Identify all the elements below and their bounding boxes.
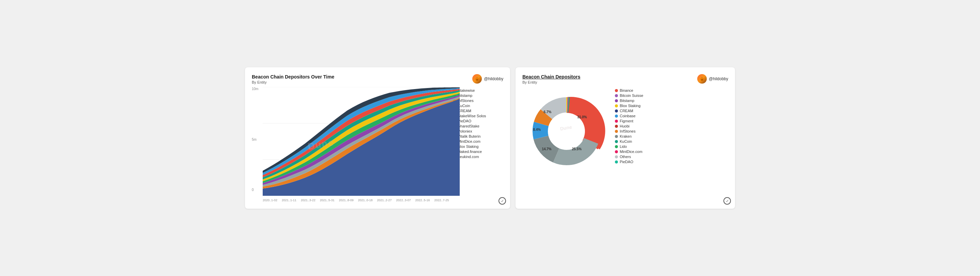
legend-dot-huobi	[615, 125, 618, 128]
legend-label-bitstamp: Bitstamp	[458, 94, 472, 98]
legend-item-infstones-r: InfStones	[615, 129, 643, 133]
x-label-1: 2020..1-02	[263, 198, 277, 202]
legend-label-kucoin-r: KuCoin	[620, 140, 632, 143]
label-84pct: 8.4%	[533, 128, 541, 132]
legend-label-bloxstaking: Blox Staking	[458, 144, 479, 149]
legend-item-mintdice: MintDice.com	[453, 140, 503, 143]
x-label-8: 2022..3-07	[396, 198, 411, 202]
legend-label-mintdice-r: MintDice.com	[620, 149, 643, 154]
legend-label-huobi: Huobi	[620, 124, 630, 128]
legend-label-btcsuisse: Bitcoin Suisse	[620, 94, 643, 98]
left-chart-subtitle: By Entity	[252, 80, 334, 84]
x-label-6: 2021..0-18	[358, 198, 372, 202]
legend-item-bitstamp: Bitstamp	[453, 94, 503, 98]
label-31pct: 31.0%	[577, 115, 587, 119]
label-67pct: 6.7%	[544, 110, 552, 114]
legend-label-binance: Binance	[620, 88, 633, 92]
right-chart-area: Dune 31.0% 25.5% 14.7% 8.4% 6.7% Binance…	[522, 87, 728, 175]
legend-label-cream-r: CREAM	[620, 109, 633, 113]
right-checkmark: ✓	[724, 197, 731, 205]
legend-item-kucoin: KuCoin	[453, 104, 503, 108]
left-checkmark: ✓	[498, 197, 506, 205]
x-label-2: 2021..1-11	[282, 198, 296, 202]
x-label-7: 2021..2-27	[377, 198, 392, 202]
legend-item-sharedstake: SharedStake	[453, 124, 503, 128]
legend-item-stakewisesolos: StakeWise Solos	[453, 114, 503, 118]
legend-item-cream: CREAM	[453, 109, 503, 113]
legend-label-infstones-r: InfStones	[620, 129, 635, 133]
legend-label-others-r: Others	[620, 155, 631, 159]
legend-item-kucoin-r: KuCoin	[615, 140, 643, 143]
label-147pct: 14.7%	[542, 147, 551, 151]
legend-item-others-r: Others	[615, 155, 643, 159]
legend-item-piedao-r: PieDAO	[615, 160, 643, 164]
y-label-0: 0	[252, 188, 262, 192]
right-avatar: 🎃	[697, 74, 707, 84]
legend-item-bloxstaking-r: Blox Staking	[615, 104, 643, 108]
right-author-block: 🎃 @hildobby	[697, 74, 728, 84]
legend-dot-binance	[615, 89, 618, 92]
legend-label-neukind: neukind.com	[458, 155, 479, 159]
legend-item-kraken-r: Kraken	[615, 134, 643, 138]
legend-dot-others-r	[615, 155, 618, 159]
y-axis: 10m 5m 0	[252, 87, 262, 192]
legend-label-piedao-r: PieDAO	[620, 160, 633, 164]
legend-item-infstones: InfStones	[453, 98, 503, 103]
legend-item-poloniex: Poloniex	[453, 129, 503, 133]
legend-dot-bloxstaking-r	[615, 104, 618, 108]
left-author-block: 🎃 @hildobby	[472, 74, 503, 84]
legend-label-stakewisesolos: StakeWise Solos	[458, 114, 486, 118]
legend-item-binance: Binance	[615, 88, 643, 92]
legend-label-bloxstaking-r: Blox Staking	[620, 104, 640, 108]
legend-label-vitalik: Vitalik Buterin	[458, 134, 480, 138]
legend-label-infstones: InfStones	[458, 98, 473, 103]
legend-label-stakedfinance: staked.finance	[458, 149, 482, 154]
legend-item-huobi: Huobi	[615, 124, 643, 128]
legend-item-btcsuisse: Bitcoin Suisse	[615, 94, 643, 98]
legend-label-sharedstake: SharedStake	[458, 124, 479, 128]
legend-dot-coinbase-r	[615, 114, 618, 117]
legend-dot-cream-r	[615, 109, 618, 113]
legend-item-neukind: neukind.com	[453, 155, 503, 159]
left-chart-plot: 10m 5m 0	[252, 87, 449, 202]
y-label-5m: 5m	[252, 138, 262, 141]
x-label-4: 2021..5-31	[320, 198, 334, 202]
legend-item-piedao: PieDAO	[453, 119, 503, 123]
legend-label-figment: Figment	[620, 119, 633, 123]
right-legend: Binance Bitcoin Suisse Bitstamp Blox Sta…	[614, 88, 643, 175]
right-chart-title: Beacon Chain Depositors	[522, 74, 580, 79]
main-container: Beacon Chain Depositors Over Time By Ent…	[245, 67, 735, 209]
legend-label-lido-r: Lido	[620, 144, 627, 149]
x-label-10: 2022..7-25	[434, 198, 449, 202]
legend-dot-bitstamp-r	[615, 99, 618, 102]
x-axis: 2020..1-02 2021..1-11 2021..3-22 2021..5…	[263, 198, 449, 202]
legend-dot-lido-r	[615, 145, 618, 148]
right-author-name: @hildobby	[709, 76, 728, 81]
legend-label-kraken-r: Kraken	[620, 134, 632, 138]
legend-item-lido-r: Lido	[615, 144, 643, 149]
right-chart-card: Beacon Chain Depositors By Entity 🎃 @hil…	[515, 67, 735, 209]
left-chart-area: 10m 5m 0	[252, 87, 503, 202]
right-chart-header: Beacon Chain Depositors By Entity 🎃 @hil…	[522, 74, 728, 84]
right-title-block: Beacon Chain Depositors By Entity	[522, 74, 580, 84]
legend-dot-kucoin-r	[615, 140, 618, 143]
left-avatar: 🎃	[472, 74, 482, 84]
legend-item-vitalik: Vitalik Buterin	[453, 134, 503, 138]
left-chart-header: Beacon Chain Depositors Over Time By Ent…	[252, 74, 503, 84]
legend-label-stakewise: Stakewise	[458, 88, 475, 92]
legend-dot-piedao-r	[615, 160, 618, 163]
legend-item-stakewise: Stakewise	[453, 88, 503, 92]
left-author-name: @hildobby	[484, 76, 503, 81]
x-label-3: 2021..3-22	[301, 198, 315, 202]
left-title-block: Beacon Chain Depositors Over Time By Ent…	[252, 74, 334, 84]
legend-dot-figment	[615, 120, 618, 123]
x-label-9: 2022..5-16	[415, 198, 430, 202]
legend-dot-kraken-r	[615, 135, 618, 138]
legend-item-mintdice-r: MintDice.com	[615, 149, 643, 154]
label-255pct: 25.5%	[572, 147, 582, 151]
x-label-5: 2021..8-09	[339, 198, 353, 202]
legend-item-coinbase-r: Coinbase	[615, 114, 643, 118]
left-chart-title: Beacon Chain Depositors Over Time	[252, 74, 334, 79]
legend-label-bitstamp-r: Bitstamp	[620, 98, 634, 103]
right-chart-subtitle: By Entity	[522, 80, 580, 84]
